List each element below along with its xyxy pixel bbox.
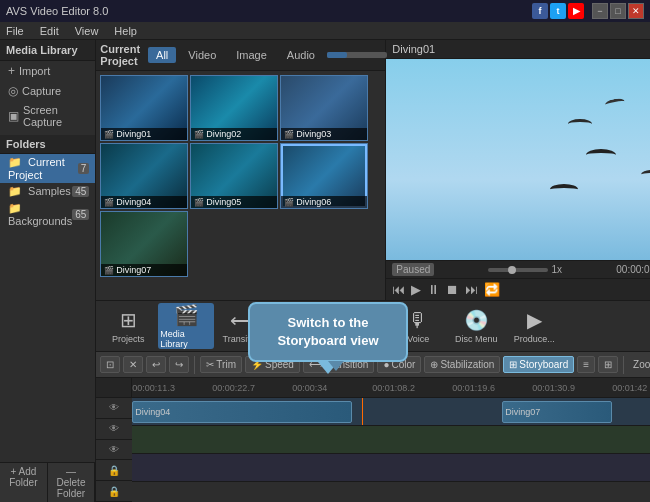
projects-icon: ⊞ — [120, 308, 137, 332]
capture-button[interactable]: ◎ Capture — [0, 81, 95, 101]
tooltip-bubble: Switch to the Storyboard view — [248, 302, 408, 374]
track-video: Diving04 Diving07 — [132, 398, 650, 426]
ruler-mark-5: 00:01:19.6 — [452, 383, 495, 393]
facebook-icon[interactable]: f — [532, 3, 548, 19]
tool-projects[interactable]: ⊞ Projects — [100, 303, 156, 349]
media-thumb-diving07[interactable]: 🎬 Diving07 — [100, 211, 188, 277]
maximize-button[interactable]: □ — [610, 3, 626, 19]
media-thumb-diving05[interactable]: 🎬 Diving05 — [190, 143, 278, 209]
ruler-mark-3: 00:00:34 — [292, 383, 327, 393]
clip-diving07[interactable]: Diving07 — [502, 401, 612, 423]
ruler-mark-6: 00:01:30.9 — [532, 383, 575, 393]
media-row-3: 🎬 Diving07 — [100, 211, 381, 277]
media-thumb-diving01[interactable]: 🎬 Diving01 — [100, 75, 188, 141]
folder-bg-name: Backgrounds — [8, 215, 72, 227]
undo-button[interactable]: ↩ — [146, 356, 166, 373]
tool-disc-label: Disc Menu — [455, 334, 498, 344]
tool-produce[interactable]: ▶ Produce... — [506, 303, 562, 349]
speed-slider[interactable] — [488, 268, 548, 272]
tab-video[interactable]: Video — [180, 47, 224, 63]
window-controls: − □ ✕ — [592, 3, 644, 19]
thumb-label-diving01: 🎬 Diving01 — [101, 128, 187, 140]
pause-button[interactable]: ⏸ — [427, 282, 440, 297]
folder-icon: 📁 — [8, 156, 22, 168]
produce-icon: ▶ — [527, 308, 542, 332]
media-row-2: 🎬 Diving04 🎬 Diving05 — [100, 143, 381, 209]
media-thumb-diving06[interactable]: 🎬 Diving06 — [280, 143, 368, 209]
media-thumb-diving03[interactable]: 🎬 Diving03 — [280, 75, 368, 141]
ruler-mark-7: 00:01:42 — [612, 383, 647, 393]
delete-tool-button[interactable]: ✕ — [123, 356, 143, 373]
tab-audio[interactable]: Audio — [279, 47, 323, 63]
prev-frame-button[interactable]: ⏮ — [392, 282, 405, 297]
preview-bottom-bar: Paused 1x 00:00:00.000 / 00:00:05.005 — [386, 260, 650, 278]
tooltip-box: Switch to the Storyboard view — [248, 302, 408, 362]
next-frame-button[interactable]: ⏭ — [465, 282, 478, 297]
play-controls: ⏮ ▶ ⏸ ⏹ ⏭ 🔁 — [392, 282, 500, 297]
speed-label: 1x — [551, 264, 562, 275]
folder-current-project[interactable]: 📁 Current Project 7 — [0, 154, 95, 183]
redo-button[interactable]: ↪ — [169, 356, 189, 373]
storyboard-button[interactable]: ⊞ Storyboard — [503, 356, 574, 373]
eye-icon-1: 👁 — [109, 402, 119, 413]
lock-icon-1: 🔒 — [108, 465, 120, 476]
folder-backgrounds[interactable]: 📁 Backgrounds 65 — [0, 200, 95, 229]
menu-bar: File Edit View Help — [0, 22, 650, 40]
ruler-mark-1: 00:00:11.3 — [132, 383, 175, 393]
menu-view[interactable]: View — [73, 25, 101, 37]
minimize-button[interactable]: − — [592, 3, 608, 19]
folders-header: Folders — [0, 135, 95, 154]
grid-tool-button[interactable]: ⊡ — [100, 356, 120, 373]
track-ctrl-4[interactable]: 🔒 — [96, 460, 132, 481]
eye-icon-2: 👁 — [109, 423, 119, 434]
track-ctrl-3[interactable]: 👁 — [96, 440, 132, 461]
preview-title: Diving01 — [386, 40, 650, 59]
tool-disc-menu[interactable]: 💿 Disc Menu — [448, 303, 504, 349]
import-label: Import — [19, 65, 50, 77]
timeline-view-button[interactable]: ≡ — [577, 356, 595, 373]
menu-help[interactable]: Help — [112, 25, 139, 37]
clip-diving07-label: Diving07 — [505, 407, 540, 417]
timeline-cursor — [362, 398, 363, 425]
video-icon-7: 🎬 — [104, 266, 114, 275]
close-button[interactable]: ✕ — [628, 3, 644, 19]
track-ctrl-5[interactable]: 🔒 — [96, 481, 132, 502]
track-ctrl-1[interactable]: 👁 — [96, 398, 132, 419]
tab-all[interactable]: All — [148, 47, 176, 63]
track-ctrl-2[interactable]: 👁 — [96, 419, 132, 440]
sub-divider-2 — [623, 356, 624, 374]
twitter-icon[interactable]: t — [550, 3, 566, 19]
grid-view-button[interactable]: ⊞ — [598, 356, 618, 373]
screen-capture-button[interactable]: ▣ Screen Capture — [0, 101, 95, 131]
paused-badge: Paused — [392, 263, 434, 276]
screen-capture-label: Screen Capture — [23, 104, 87, 128]
tab-image[interactable]: Image — [228, 47, 275, 63]
thumb-label-diving06: 🎬 Diving06 — [281, 196, 367, 208]
import-button[interactable]: + Import — [0, 61, 95, 81]
main-layout: Media Library + Import ◎ Capture ▣ Scree… — [0, 40, 650, 502]
trim-button[interactable]: ✂ Trim — [200, 356, 242, 373]
folder-samples[interactable]: 📁 Samples 45 — [0, 183, 95, 200]
grid-view-icon: ⊞ — [604, 359, 612, 370]
media-thumb-diving04[interactable]: 🎬 Diving04 — [100, 143, 188, 209]
bird-1 — [604, 98, 625, 109]
menu-edit[interactable]: Edit — [38, 25, 61, 37]
delete-folder-button[interactable]: — Delete Folder — [48, 463, 96, 502]
youtube-icon[interactable]: ▶ — [568, 3, 584, 19]
clip-diving04[interactable]: Diving04 — [132, 401, 352, 423]
tool-media-library[interactable]: 🎬 Media Library — [158, 303, 214, 349]
tool-media-label: Media Library — [160, 329, 212, 349]
screen-capture-icon: ▣ — [8, 109, 19, 123]
stop-button[interactable]: ⏹ — [446, 282, 459, 297]
folder-samples-icon: 📁 — [8, 185, 22, 197]
media-thumb-diving02[interactable]: 🎬 Diving02 — [190, 75, 278, 141]
play-button[interactable]: ▶ — [411, 282, 421, 297]
delete-icon: ✕ — [129, 359, 137, 370]
tool-projects-label: Projects — [112, 334, 145, 344]
add-folder-button[interactable]: + Add Folder — [0, 463, 48, 502]
stabilization-button[interactable]: ⊕ Stabilization — [424, 356, 500, 373]
loop-button[interactable]: 🔁 — [484, 282, 500, 297]
menu-file[interactable]: File — [4, 25, 26, 37]
tooltip-line2: Storyboard view — [277, 333, 378, 348]
media-grid: 🎬 Diving01 🎬 Diving02 — [100, 75, 381, 277]
